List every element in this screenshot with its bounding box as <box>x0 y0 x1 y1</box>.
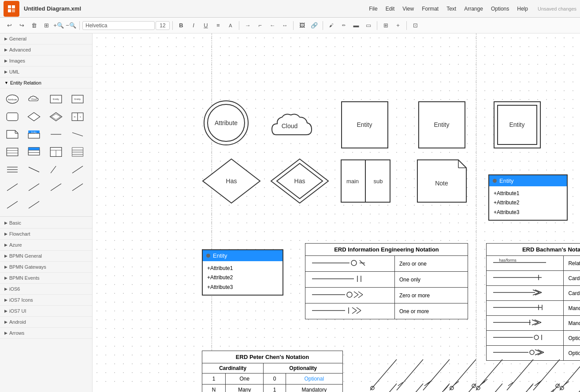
sidebar-item-azure[interactable]: Azure <box>0 240 92 251</box>
sidebar-item-arrows[interactable]: Arrows <box>0 328 92 339</box>
shape-attribute[interactable]: Attribute <box>4 91 21 107</box>
shape-connector2[interactable] <box>69 126 86 142</box>
canvas-inner: Attribute Cloud Entity <box>93 33 577 386</box>
canvas-cloud[interactable]: Cloud <box>265 102 314 150</box>
canvas-erd-entity-1[interactable]: Entity +Attribute1 +Attribute2 +Attribut… <box>488 161 568 234</box>
canvas-split-entity[interactable]: main sub <box>340 159 391 203</box>
shape-line2[interactable] <box>25 162 43 178</box>
sidebar-item-android[interactable]: Android <box>0 317 92 328</box>
toolbar-separator-4 <box>293 21 294 30</box>
sidebar-item-basic[interactable]: Basic <box>0 218 92 229</box>
shape-connector[interactable] <box>47 126 65 142</box>
menu-options[interactable]: Options <box>487 4 513 14</box>
link-button[interactable]: 🔗 <box>309 20 320 31</box>
shape-cloud[interactable]: Cloud <box>25 91 43 107</box>
delete-button[interactable]: 🗑 <box>28 20 40 31</box>
svg-rect-43 <box>72 152 83 154</box>
menu-edit[interactable]: Edit <box>382 4 398 14</box>
shape-table[interactable] <box>4 144 21 160</box>
shape-diag6[interactable] <box>69 179 86 195</box>
toolbar-separator-1 <box>79 21 80 30</box>
shape-entity-rounded[interactable] <box>4 109 21 125</box>
shape-diag4[interactable] <box>25 179 43 195</box>
shape-diag1[interactable] <box>47 162 65 178</box>
sidebar-item-bpmn-gateways[interactable]: BPMN Gateways <box>0 262 92 273</box>
underline-button[interactable]: U <box>200 20 212 31</box>
menu-help[interactable]: Help <box>513 4 532 14</box>
canvas-erd-entity-2[interactable]: Entity +Attribute1 +Attribute2 +Attribut… <box>202 236 283 309</box>
fit-button[interactable]: ⊞ <box>41 20 52 31</box>
fill-rect-button[interactable]: ▬ <box>350 20 362 31</box>
shape-table2[interactable] <box>25 144 43 160</box>
sidebar-item-flowchart[interactable]: Flowchart <box>0 229 92 240</box>
sidebar-item-uml[interactable]: UML <box>0 67 92 78</box>
font-color-button[interactable]: A <box>225 20 236 31</box>
shape-note[interactable] <box>4 126 21 142</box>
align-button[interactable]: ≡ <box>212 20 224 31</box>
arrow-right-button[interactable]: → <box>242 20 253 31</box>
chen-card-label-2: Many <box>226 385 264 392</box>
canvas-entity-3[interactable]: Entity <box>492 100 543 150</box>
svg-text:m: m <box>74 116 75 118</box>
shape-diag8[interactable] <box>25 197 43 213</box>
sidebar-item-ios7-ui[interactable]: iOS7 UI <box>0 306 92 317</box>
shape-diag7[interactable] <box>4 197 21 213</box>
shape-diamond-double[interactable] <box>47 109 65 125</box>
menu-view[interactable]: View <box>399 4 417 14</box>
table-button[interactable]: ⊞ <box>380 20 391 31</box>
sidebar-item-general[interactable]: General <box>0 33 92 44</box>
fill-color-button[interactable]: 🖌 <box>326 20 337 31</box>
font-selector[interactable] <box>82 21 155 30</box>
shape-line1[interactable] <box>4 162 21 178</box>
redo-button[interactable]: ↪ <box>16 20 27 31</box>
image-button[interactable]: 🖼 <box>296 20 308 31</box>
zoom-in-button[interactable]: +🔍 <box>53 20 64 31</box>
sidebar-item-images[interactable]: Images <box>0 55 92 67</box>
toolbar: ↩ ↪ 🗑 ⊞ +🔍 −🔍 B I U ≡ A → ⌐ ← ↔ 🖼 🔗 🖌 ✏ … <box>0 18 580 33</box>
line-color-button[interactable]: ✏ <box>338 20 349 31</box>
ie-zero-or-one: Zero or one <box>394 256 468 272</box>
titlebar: Untitled Diagram.xml File Edit View Form… <box>0 0 580 18</box>
elbow-button[interactable]: ⌐ <box>254 20 266 31</box>
shape-entity[interactable]: Entity <box>69 91 86 107</box>
shape-list[interactable] <box>69 144 86 160</box>
format-panel-button[interactable]: ⊡ <box>409 20 421 31</box>
bold-button[interactable]: B <box>175 20 187 31</box>
sidebar-item-ios6[interactable]: iOS6 <box>0 284 92 295</box>
undo-button[interactable]: ↩ <box>4 20 15 31</box>
shape-entity-plain[interactable]: Entity <box>47 91 65 107</box>
sidebar-item-ios7-icons[interactable]: iOS7 Icons <box>0 295 92 306</box>
canvas-diamond-2[interactable]: Has <box>269 157 331 205</box>
arrow-left-button[interactable]: ← <box>267 20 278 31</box>
canvas-diamond-1[interactable]: Has <box>201 157 262 205</box>
menu-format[interactable]: Format <box>418 4 442 14</box>
canvas-entity-1[interactable]: Entity <box>339 100 390 150</box>
sidebar-item-advanced[interactable]: Advanced <box>0 44 92 55</box>
canvas-attribute[interactable]: Attribute <box>202 99 250 147</box>
shape-diag2[interactable] <box>69 162 86 178</box>
shape-diamond[interactable] <box>25 109 43 125</box>
menu-arrange[interactable]: Arrange <box>461 4 487 14</box>
shadow-button[interactable]: ▭ <box>363 20 374 31</box>
svg-line-169 <box>560 384 580 392</box>
canvas-entity-2[interactable]: Entity <box>416 100 467 150</box>
shape-split-entity[interactable]: ms <box>69 109 86 125</box>
add-button[interactable]: + <box>392 20 404 31</box>
sidebar-item-bpmn-general[interactable]: BPMN General <box>0 251 92 262</box>
canvas-note[interactable]: Note <box>416 159 467 203</box>
zoom-out-button[interactable]: −🔍 <box>65 20 77 31</box>
italic-button[interactable]: I <box>188 20 199 31</box>
menu-text[interactable]: Text <box>443 4 460 14</box>
shape-table3[interactable] <box>47 144 65 160</box>
sidebar-item-entity-relation[interactable]: Entity Relation <box>0 78 92 89</box>
shape-erd-entity-header[interactable]: Entity <box>25 126 43 142</box>
menu-file[interactable]: File <box>365 4 381 14</box>
diagonal-lines-area <box>366 351 580 392</box>
sidebar-item-bpmn-events[interactable]: BPMN Events <box>0 273 92 284</box>
arrow-both-button[interactable]: ↔ <box>279 20 290 31</box>
erd-entity-1-attr1: +Attribute1 <box>494 189 562 199</box>
shape-diag5[interactable] <box>47 179 65 195</box>
canvas[interactable]: Attribute Cloud Entity <box>93 33 580 392</box>
shape-diag3[interactable] <box>4 179 21 195</box>
font-size-input[interactable] <box>156 21 170 30</box>
